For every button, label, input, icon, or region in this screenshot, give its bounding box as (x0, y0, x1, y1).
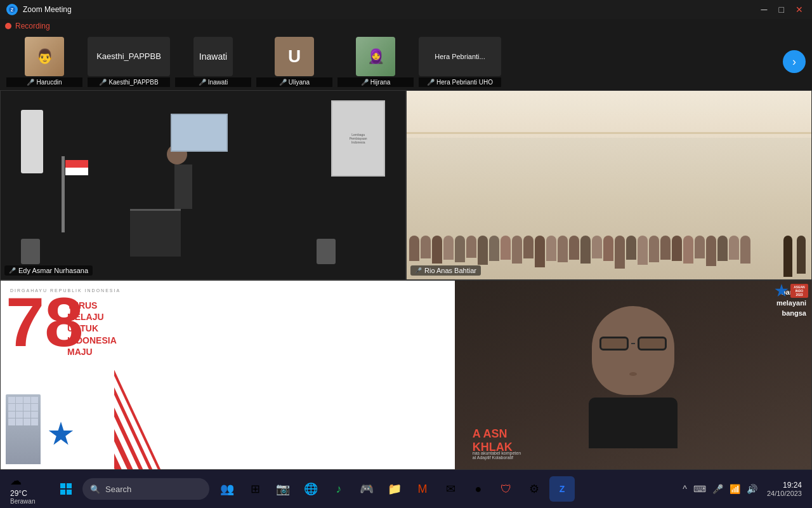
participant-tile-inawati[interactable]: Inawati 🎤 Inawati (175, 37, 251, 87)
start-button[interactable] (55, 478, 77, 500)
mic-off-icon-edy: 🎤 (9, 267, 16, 274)
participant-tile-hijrana[interactable]: 🧕 🎤 Hijrana (337, 37, 414, 87)
video-label-rio: 🎤 Rio Anas Bahtiar (410, 265, 481, 276)
taskbar-settings-icon[interactable]: ⚙ (521, 476, 547, 502)
taskbar: ☁ 29°C Berawan 🔍 Search 👥 ⊞ 📷 🌐 ♪ 🎮 (0, 470, 812, 508)
clock-time: 19:24 (783, 481, 802, 490)
people-icon: 👥 (220, 482, 234, 496)
presenter-bg: LembagaPembiayaanIndonesia (1, 91, 405, 279)
participant-name-inawati: 🎤 Inawati (178, 79, 249, 86)
participant-avatar-hera: Hera Pebrianti... (419, 37, 501, 76)
weather-icon: ☁ (10, 474, 22, 488)
mic-off-icon-rio: 🎤 (415, 267, 422, 274)
tray-keyboard-icon[interactable]: ⌨ (691, 481, 708, 497)
participant-name-bar-hijrana: 🎤 Hijrana (337, 77, 414, 87)
participant-name-kaesthi: 🎤 Kaesthi_PAPPBB (90, 79, 167, 86)
zoom-icon: Z (560, 484, 565, 494)
chevron-right-icon: › (792, 55, 796, 69)
mic-off-icon-harucdin: 🎤 (27, 79, 34, 86)
video-area: LembagaPembiayaanIndonesia 🎤 Edy Asmar N… (0, 90, 812, 470)
taskbar-xbox-icon[interactable]: 🎮 (354, 476, 379, 502)
window-controls: ─ □ ✕ (759, 4, 806, 15)
participant-avatar-harucdin: 👨 (25, 37, 64, 76)
participant-name-hijrana: 🎤 Hijrana (340, 79, 411, 86)
taskbar-weather: ☁ 29°C Berawan (5, 474, 49, 505)
participant-name-harucdin: 🎤 Harucdin (9, 79, 80, 86)
slide-panel: DIRGAHAYU REPUBLIK INDONESIA 78 TERUSMEL… (1, 281, 455, 469)
mic-off-icon-hera: 🎤 (427, 79, 435, 86)
system-tray: ^ ⌨ 🎤 📶 🔊 19:24 24/10/2023 (681, 481, 812, 497)
tray-wifi-icon[interactable]: 📶 (728, 481, 742, 497)
participant-name-bar-hera: 🎤 Hera Pebrianti UHO (419, 77, 501, 87)
weather-desc: Berawan (10, 498, 35, 505)
video-cell-adin: DIRGAHAYU REPUBLIK INDONESIA 78 TERUSMEL… (0, 280, 812, 470)
video-cell-rio: 🎤 Rio Anas Bahtiar (406, 90, 812, 280)
participant-tile-hera[interactable]: Hera Pebrianti... 🎤 Hera Pebrianti UHO (419, 37, 501, 87)
mic-off-icon-kaesthi: 🎤 (99, 79, 107, 86)
taskbar-search-bar[interactable]: 🔍 Search (82, 478, 209, 500)
search-icon: 🔍 (90, 485, 100, 494)
maximize-button[interactable]: □ (776, 4, 787, 15)
participant-tile-kaesthi[interactable]: Kaesthi_PAPPBB 🎤 Kaesthi_PAPPBB (88, 37, 170, 87)
taskbar-mail-icon[interactable]: ✉ (438, 476, 463, 502)
mic-off-icon-hijrana: 🎤 (361, 79, 369, 86)
rio-name-text: Rio Anas Bahtiar (424, 267, 476, 274)
clock-date: 24/10/2023 (767, 490, 802, 497)
xbox-icon: 🎮 (360, 482, 374, 496)
participant-name-bar-harucdin: 🎤 Harucdin (6, 77, 82, 87)
logos-area: ASEANINDO2023 (775, 284, 808, 298)
taskbar-antivirus-icon[interactable]: 🛡 (494, 476, 519, 502)
search-label: Search (105, 485, 131, 494)
strip-scroll-next-button[interactable]: › (783, 50, 806, 73)
terus-melaju-text: TERUSMELAJUUNTUKINDONESIAMAJU (67, 300, 117, 358)
participant-name-bar-kaesthi: 🎤 Kaesthi_PAPPBB (88, 77, 170, 87)
video-cell-edy: LembagaPembiayaanIndonesia 🎤 Edy Asmar N… (0, 90, 406, 280)
taskbar-chrome-icon[interactable]: ● (466, 476, 491, 502)
edy-name-text: Edy Asmar Nurhasana (18, 267, 88, 274)
recording-dot (5, 23, 11, 29)
star-logo (775, 284, 789, 298)
minimize-button[interactable]: ─ (759, 4, 770, 15)
tray-volume-icon[interactable]: 🔊 (745, 481, 759, 497)
audience-bg (407, 91, 811, 279)
taskbar-spotify-icon[interactable]: ♪ (326, 476, 351, 502)
taskbar-pinned-apps: 👥 ⊞ 📷 🌐 ♪ 🎮 📁 M ✉ ● 🛡 (214, 476, 575, 502)
asean-logo: ASEANINDO2023 (790, 284, 808, 298)
weather-temp: 29°C (10, 489, 27, 498)
asn-text: A ASN (473, 427, 508, 441)
title-bar: Z Zoom Meeting ─ □ ✕ (0, 0, 812, 19)
akhlak-desc: nas akuntabel kompetenal Adaptif Kolabor… (473, 451, 794, 460)
participant-name-uliyana: 🎤 Uliyana (259, 79, 330, 86)
taskbar-people-icon[interactable]: 👥 (214, 476, 240, 502)
participant-name-bar-uliyana: 🎤 Uliyana (256, 77, 332, 87)
bottom-bg: DIRGAHAYU REPUBLIK INDONESIA 78 TERUSMEL… (1, 281, 811, 469)
taskbar-folder-icon[interactable]: 📁 (382, 476, 407, 502)
shield-icon: 🛡 (501, 483, 512, 496)
avatar-letter-uliyana: U (275, 37, 314, 76)
participant-avatar-inawati: Inawati (193, 37, 233, 76)
mail-icon: ✉ (446, 482, 455, 496)
participants-strip: 👨 🎤 Harucdin Kaesthi_PAPPBB 🎤 Kaesthi_PA… (0, 33, 812, 90)
gear-icon: ⚙ (529, 482, 539, 496)
app-icon: Z (6, 4, 18, 15)
close-button[interactable]: ✕ (793, 4, 806, 15)
taskbar-ms365-icon[interactable]: M (410, 476, 435, 502)
mic-off-icon-uliyana: 🎤 (279, 79, 287, 86)
taskbar-widgets-icon[interactable]: ⊞ (242, 476, 268, 502)
ms365-icon: M (418, 483, 428, 496)
svg-text:Z: Z (11, 8, 14, 12)
video-label-edy: 🎤 Edy Asmar Nurhasana (4, 265, 93, 276)
participant-tile-uliyana[interactable]: U 🎤 Uliyana (256, 37, 332, 87)
taskbar-edge-icon[interactable]: 🌐 (298, 476, 324, 502)
participant-avatar-kaesthi: Kaesthi_PAPPBB (88, 37, 170, 76)
tray-mic-icon[interactable]: 🎤 (710, 481, 725, 497)
taskbar-zoom-icon[interactable]: Z (549, 476, 575, 502)
grid-icon: ⊞ (251, 482, 260, 496)
participant-tile-harucdin[interactable]: 👨 🎤 Harucdin (6, 37, 82, 87)
tray-chevron-icon[interactable]: ^ (681, 481, 689, 497)
person-panel: banggamelayanibangsa A ASN KHLAK nas aku… (455, 281, 811, 469)
taskbar-camera-icon[interactable]: 📷 (270, 476, 296, 502)
recording-label: Recording (15, 22, 50, 30)
camera-icon: 📷 (276, 482, 290, 496)
clock-area: 19:24 24/10/2023 (762, 481, 807, 497)
